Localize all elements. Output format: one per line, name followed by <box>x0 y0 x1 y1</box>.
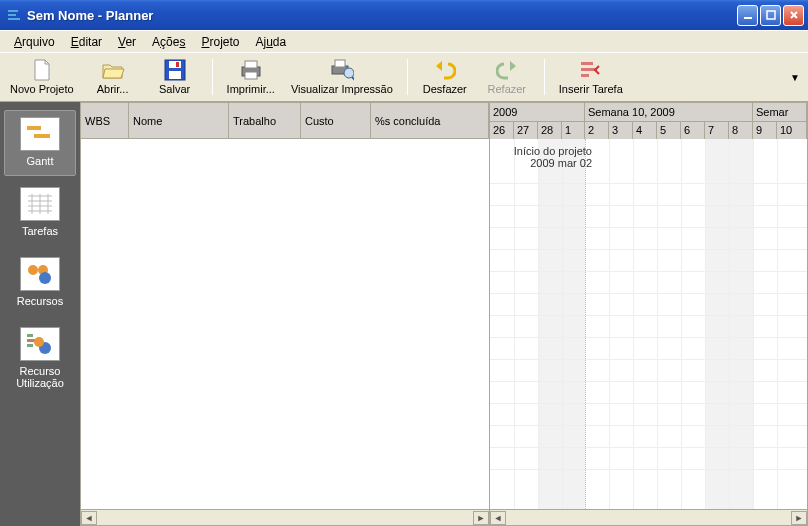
col-cost[interactable]: Custo <box>301 103 371 138</box>
resources-icon <box>20 257 60 291</box>
svg-rect-9 <box>169 71 181 79</box>
col-name[interactable]: Nome <box>129 103 229 138</box>
svg-rect-0 <box>8 10 18 12</box>
close-button[interactable] <box>783 5 804 26</box>
svg-point-32 <box>39 272 51 284</box>
menu-acoes[interactable]: Ações <box>144 33 193 51</box>
timeline-header-right[interactable]: Semar <box>753 103 807 121</box>
undo-button[interactable]: Desfazer <box>414 57 476 97</box>
sidebar-item-usage[interactable]: Recurso Utilização <box>4 320 76 398</box>
toolbar-overflow[interactable]: ▼ <box>790 72 800 83</box>
task-table-pane: WBS Nome Trabalho Custo %s concluída ◄ ► <box>80 102 490 526</box>
task-hscroll[interactable]: ◄ ► <box>81 509 489 525</box>
svg-rect-8 <box>169 61 181 68</box>
svg-rect-15 <box>335 60 345 67</box>
open-button[interactable]: Abrir... <box>82 57 144 97</box>
svg-rect-21 <box>27 126 41 130</box>
svg-rect-22 <box>34 134 50 138</box>
workarea: Gantt Tarefas Recursos Recurso Utilizaçã… <box>0 102 808 526</box>
redo-button[interactable]: Refazer <box>476 57 538 97</box>
svg-rect-4 <box>767 11 775 19</box>
sidebar-item-gantt[interactable]: Gantt <box>4 110 76 176</box>
save-button[interactable]: Salvar <box>144 57 206 97</box>
scroll-right-icon[interactable]: ► <box>473 511 489 525</box>
timeline-header-mid[interactable]: Semana 10, 2009 <box>585 103 753 121</box>
menu-arquivo[interactable]: Arquivo <box>6 33 63 51</box>
app-icon <box>6 7 22 23</box>
timeline-hscroll[interactable]: ◄ ► <box>490 509 807 525</box>
sidebar-item-tasks[interactable]: Tarefas <box>4 180 76 246</box>
timeline-header-left[interactable]: 2009 <box>490 103 585 121</box>
svg-rect-18 <box>581 62 593 65</box>
timeline-body[interactable]: Início do projeto 2009 mar 02 <box>490 139 807 509</box>
svg-line-17 <box>352 77 354 80</box>
toolbar-separator <box>407 59 408 95</box>
project-start-label: Início do projeto 2009 mar 02 <box>514 145 592 169</box>
svg-rect-1 <box>8 14 16 16</box>
menu-projeto[interactable]: Projeto <box>193 33 247 51</box>
toolbar-separator <box>544 59 545 95</box>
svg-point-37 <box>34 337 44 347</box>
svg-rect-10 <box>176 62 179 67</box>
col-work[interactable]: Trabalho <box>229 103 301 138</box>
col-pct[interactable]: %s concluída <box>371 103 489 138</box>
svg-rect-2 <box>8 18 20 20</box>
insert-task-icon <box>579 59 603 81</box>
svg-point-30 <box>28 265 38 275</box>
task-table-header: WBS Nome Trabalho Custo %s concluída <box>81 103 489 139</box>
scroll-left-icon[interactable]: ◄ <box>81 511 97 525</box>
svg-rect-13 <box>245 72 257 79</box>
toolbar: Novo Projeto Abrir... Salvar Imprimir...… <box>0 52 808 102</box>
maximize-button[interactable] <box>760 5 781 26</box>
printer-icon <box>239 59 263 81</box>
task-table-body[interactable] <box>81 139 489 509</box>
titlebar: Sem Nome - Planner <box>0 0 808 30</box>
svg-rect-20 <box>581 74 589 77</box>
menu-ver[interactable]: Ver <box>110 33 144 51</box>
folder-open-icon <box>101 59 125 81</box>
redo-icon <box>495 59 519 81</box>
undo-icon <box>433 59 457 81</box>
scroll-right-icon[interactable]: ► <box>791 511 807 525</box>
floppy-icon <box>163 59 187 81</box>
scroll-left-icon[interactable]: ◄ <box>490 511 506 525</box>
minimize-button[interactable] <box>737 5 758 26</box>
timeline-pane: 2009 Semana 10, 2009 Semar 26 27 28 1 2 … <box>490 102 808 526</box>
col-wbs[interactable]: WBS <box>81 103 129 138</box>
print-preview-button[interactable]: Visualizar Impressão <box>283 57 401 97</box>
svg-rect-12 <box>245 61 257 68</box>
svg-rect-33 <box>27 334 33 337</box>
svg-rect-3 <box>744 17 752 19</box>
new-file-icon <box>30 59 54 81</box>
print-preview-icon <box>330 59 354 81</box>
window-title: Sem Nome - Planner <box>27 8 737 23</box>
insert-task-button[interactable]: Inserir Tarefa <box>551 57 631 97</box>
new-project-button[interactable]: Novo Projeto <box>2 57 82 97</box>
menu-editar[interactable]: Editar <box>63 33 110 51</box>
toolbar-separator <box>212 59 213 95</box>
menu-ajuda[interactable]: Ajuda <box>248 33 295 51</box>
sidebar-item-resources[interactable]: Recursos <box>4 250 76 316</box>
usage-icon <box>20 327 60 361</box>
print-button[interactable]: Imprimir... <box>219 57 283 97</box>
tasks-icon <box>20 187 60 221</box>
gantt-icon <box>20 117 60 151</box>
svg-rect-35 <box>27 344 33 347</box>
timeline-header: 2009 Semana 10, 2009 Semar 26 27 28 1 2 … <box>490 103 807 139</box>
menubar: Arquivo Editar Ver Ações Projeto Ajuda <box>0 30 808 52</box>
view-sidebar: Gantt Tarefas Recursos Recurso Utilizaçã… <box>0 102 80 526</box>
